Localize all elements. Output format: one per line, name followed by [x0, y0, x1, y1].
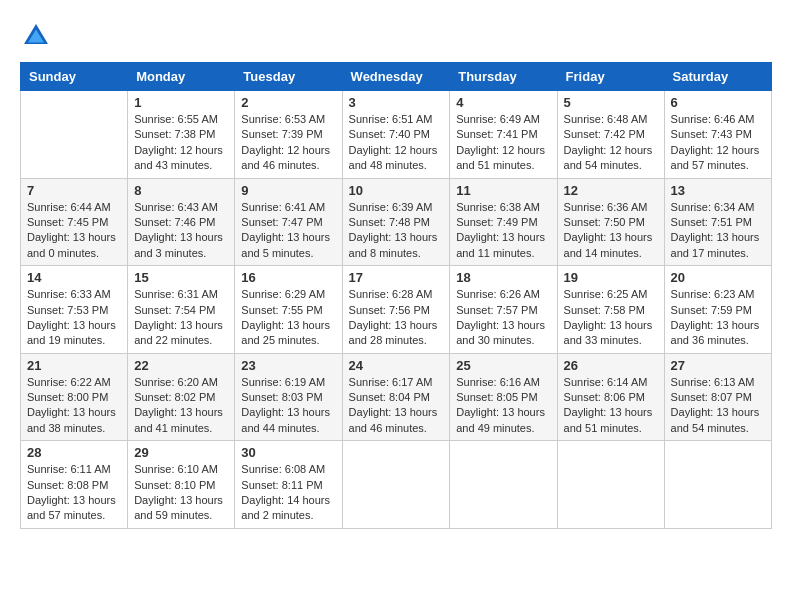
- sunrise-text: Sunrise: 6:49 AM: [456, 113, 540, 125]
- daylight-text: Daylight: 13 hours and 5 minutes.: [241, 231, 330, 258]
- daylight-text: Daylight: 12 hours and 46 minutes.: [241, 144, 330, 171]
- sunset-text: Sunset: 8:02 PM: [134, 391, 215, 403]
- week-row-5: 28 Sunrise: 6:11 AM Sunset: 8:08 PM Dayl…: [21, 441, 772, 529]
- daylight-text: Daylight: 13 hours and 38 minutes.: [27, 406, 116, 433]
- sunrise-text: Sunrise: 6:28 AM: [349, 288, 433, 300]
- day-number: 22: [134, 358, 228, 373]
- day-number: 26: [564, 358, 658, 373]
- day-number: 6: [671, 95, 765, 110]
- day-info: Sunrise: 6:46 AM Sunset: 7:43 PM Dayligh…: [671, 112, 765, 174]
- sunrise-text: Sunrise: 6:26 AM: [456, 288, 540, 300]
- sunset-text: Sunset: 7:55 PM: [241, 304, 322, 316]
- sunset-text: Sunset: 7:43 PM: [671, 128, 752, 140]
- calendar-cell: [342, 441, 450, 529]
- daylight-text: Daylight: 13 hours and 36 minutes.: [671, 319, 760, 346]
- day-info: Sunrise: 6:48 AM Sunset: 7:42 PM Dayligh…: [564, 112, 658, 174]
- sunrise-text: Sunrise: 6:25 AM: [564, 288, 648, 300]
- day-info: Sunrise: 6:43 AM Sunset: 7:46 PM Dayligh…: [134, 200, 228, 262]
- day-number: 15: [134, 270, 228, 285]
- calendar-cell: 9 Sunrise: 6:41 AM Sunset: 7:47 PM Dayli…: [235, 178, 342, 266]
- daylight-text: Daylight: 13 hours and 49 minutes.: [456, 406, 545, 433]
- sunrise-text: Sunrise: 6:33 AM: [27, 288, 111, 300]
- sunrise-text: Sunrise: 6:23 AM: [671, 288, 755, 300]
- day-number: 1: [134, 95, 228, 110]
- day-info: Sunrise: 6:49 AM Sunset: 7:41 PM Dayligh…: [456, 112, 550, 174]
- sunrise-text: Sunrise: 6:19 AM: [241, 376, 325, 388]
- header-tuesday: Tuesday: [235, 63, 342, 91]
- daylight-text: Daylight: 13 hours and 41 minutes.: [134, 406, 223, 433]
- sunrise-text: Sunrise: 6:41 AM: [241, 201, 325, 213]
- sunrise-text: Sunrise: 6:29 AM: [241, 288, 325, 300]
- sunset-text: Sunset: 7:46 PM: [134, 216, 215, 228]
- day-info: Sunrise: 6:51 AM Sunset: 7:40 PM Dayligh…: [349, 112, 444, 174]
- day-number: 24: [349, 358, 444, 373]
- daylight-text: Daylight: 13 hours and 44 minutes.: [241, 406, 330, 433]
- sunrise-text: Sunrise: 6:38 AM: [456, 201, 540, 213]
- day-number: 28: [27, 445, 121, 460]
- logo-icon: [20, 20, 52, 52]
- sunrise-text: Sunrise: 6:55 AM: [134, 113, 218, 125]
- day-info: Sunrise: 6:44 AM Sunset: 7:45 PM Dayligh…: [27, 200, 121, 262]
- daylight-text: Daylight: 13 hours and 54 minutes.: [671, 406, 760, 433]
- day-info: Sunrise: 6:08 AM Sunset: 8:11 PM Dayligh…: [241, 462, 335, 524]
- day-number: 21: [27, 358, 121, 373]
- sunset-text: Sunset: 8:08 PM: [27, 479, 108, 491]
- day-number: 29: [134, 445, 228, 460]
- sunset-text: Sunset: 7:40 PM: [349, 128, 430, 140]
- calendar-cell: 1 Sunrise: 6:55 AM Sunset: 7:38 PM Dayli…: [128, 91, 235, 179]
- sunset-text: Sunset: 7:42 PM: [564, 128, 645, 140]
- sunrise-text: Sunrise: 6:43 AM: [134, 201, 218, 213]
- day-number: 7: [27, 183, 121, 198]
- daylight-text: Daylight: 13 hours and 30 minutes.: [456, 319, 545, 346]
- sunset-text: Sunset: 7:56 PM: [349, 304, 430, 316]
- header-sunday: Sunday: [21, 63, 128, 91]
- sunset-text: Sunset: 7:58 PM: [564, 304, 645, 316]
- sunset-text: Sunset: 8:06 PM: [564, 391, 645, 403]
- sunrise-text: Sunrise: 6:44 AM: [27, 201, 111, 213]
- sunrise-text: Sunrise: 6:39 AM: [349, 201, 433, 213]
- day-info: Sunrise: 6:14 AM Sunset: 8:06 PM Dayligh…: [564, 375, 658, 437]
- daylight-text: Daylight: 14 hours and 2 minutes.: [241, 494, 330, 521]
- calendar-cell: 10 Sunrise: 6:39 AM Sunset: 7:48 PM Dayl…: [342, 178, 450, 266]
- sunrise-text: Sunrise: 6:48 AM: [564, 113, 648, 125]
- day-number: 20: [671, 270, 765, 285]
- calendar-cell: 17 Sunrise: 6:28 AM Sunset: 7:56 PM Dayl…: [342, 266, 450, 354]
- day-info: Sunrise: 6:55 AM Sunset: 7:38 PM Dayligh…: [134, 112, 228, 174]
- day-info: Sunrise: 6:20 AM Sunset: 8:02 PM Dayligh…: [134, 375, 228, 437]
- daylight-text: Daylight: 12 hours and 54 minutes.: [564, 144, 653, 171]
- calendar-cell: [450, 441, 557, 529]
- daylight-text: Daylight: 13 hours and 59 minutes.: [134, 494, 223, 521]
- calendar-cell: 23 Sunrise: 6:19 AM Sunset: 8:03 PM Dayl…: [235, 353, 342, 441]
- calendar-cell: 13 Sunrise: 6:34 AM Sunset: 7:51 PM Dayl…: [664, 178, 771, 266]
- day-info: Sunrise: 6:26 AM Sunset: 7:57 PM Dayligh…: [456, 287, 550, 349]
- sunset-text: Sunset: 7:59 PM: [671, 304, 752, 316]
- day-number: 9: [241, 183, 335, 198]
- calendar-cell: 7 Sunrise: 6:44 AM Sunset: 7:45 PM Dayli…: [21, 178, 128, 266]
- calendar-cell: 27 Sunrise: 6:13 AM Sunset: 8:07 PM Dayl…: [664, 353, 771, 441]
- sunrise-text: Sunrise: 6:31 AM: [134, 288, 218, 300]
- sunset-text: Sunset: 7:47 PM: [241, 216, 322, 228]
- calendar-cell: 20 Sunrise: 6:23 AM Sunset: 7:59 PM Dayl…: [664, 266, 771, 354]
- calendar-cell: 6 Sunrise: 6:46 AM Sunset: 7:43 PM Dayli…: [664, 91, 771, 179]
- day-info: Sunrise: 6:39 AM Sunset: 7:48 PM Dayligh…: [349, 200, 444, 262]
- calendar-cell: 3 Sunrise: 6:51 AM Sunset: 7:40 PM Dayli…: [342, 91, 450, 179]
- sunset-text: Sunset: 7:45 PM: [27, 216, 108, 228]
- daylight-text: Daylight: 12 hours and 43 minutes.: [134, 144, 223, 171]
- sunset-text: Sunset: 8:07 PM: [671, 391, 752, 403]
- day-info: Sunrise: 6:28 AM Sunset: 7:56 PM Dayligh…: [349, 287, 444, 349]
- sunset-text: Sunset: 7:49 PM: [456, 216, 537, 228]
- day-number: 18: [456, 270, 550, 285]
- day-number: 17: [349, 270, 444, 285]
- header-monday: Monday: [128, 63, 235, 91]
- logo: [20, 20, 56, 52]
- day-info: Sunrise: 6:31 AM Sunset: 7:54 PM Dayligh…: [134, 287, 228, 349]
- calendar-cell: 29 Sunrise: 6:10 AM Sunset: 8:10 PM Dayl…: [128, 441, 235, 529]
- calendar-cell: 21 Sunrise: 6:22 AM Sunset: 8:00 PM Dayl…: [21, 353, 128, 441]
- sunrise-text: Sunrise: 6:46 AM: [671, 113, 755, 125]
- sunrise-text: Sunrise: 6:53 AM: [241, 113, 325, 125]
- calendar-cell: 11 Sunrise: 6:38 AM Sunset: 7:49 PM Dayl…: [450, 178, 557, 266]
- week-row-1: 1 Sunrise: 6:55 AM Sunset: 7:38 PM Dayli…: [21, 91, 772, 179]
- sunrise-text: Sunrise: 6:14 AM: [564, 376, 648, 388]
- day-number: 5: [564, 95, 658, 110]
- sunrise-text: Sunrise: 6:13 AM: [671, 376, 755, 388]
